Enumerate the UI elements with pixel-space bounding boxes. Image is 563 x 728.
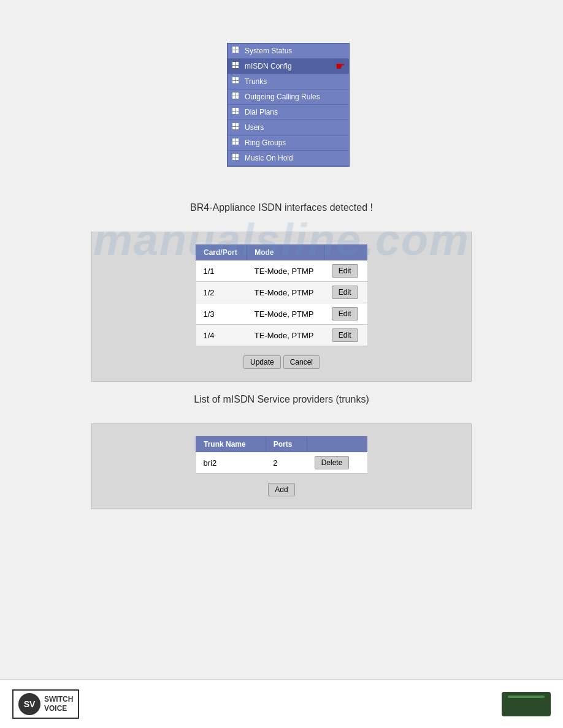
trunks-panel: Trunk Name Ports bri2 2 Delete Add	[91, 423, 472, 509]
table-row: bri2 2 Delete	[196, 452, 367, 474]
navigation-menu: System Status mISDN Config ☛ Trunks Outg…	[227, 43, 350, 167]
edit-button-1-2[interactable]: Edit	[332, 286, 358, 299]
nav-label-dial-plans: Dial Plans	[245, 108, 278, 116]
cell-edit: Edit	[324, 303, 367, 325]
col-header-trunk-name: Trunk Name	[196, 437, 266, 452]
nav-label-trunks: Trunks	[245, 77, 267, 86]
nav-label-misdn-config: mISDN Config	[245, 62, 292, 70]
cell-card-port: 1/1	[196, 260, 247, 282]
cursor-pointer-icon: ☛	[335, 59, 345, 73]
nav-label-music-on-hold: Music On Hold	[245, 154, 293, 162]
col-header-action	[324, 245, 367, 260]
grid-icon-trunks	[232, 77, 241, 86]
grid-icon-outgoing-calling-rules	[232, 93, 241, 101]
sidebar-item-dial-plans[interactable]: Dial Plans	[228, 105, 349, 120]
interfaces-panel: Card/Port Mode 1/1 TE-Mode, PTMP Edit 1/…	[91, 232, 472, 382]
add-button[interactable]: Add	[268, 483, 294, 496]
grid-icon-misdn-config	[232, 62, 241, 70]
footer: SV SWITCH VOICE	[0, 679, 563, 728]
trunks-title: List of mISDN Service providers (trunks)	[194, 394, 369, 405]
cell-mode: TE-Mode, PTMP	[247, 260, 324, 282]
cell-trunk-name: bri2	[196, 452, 266, 474]
edit-button-1-1[interactable]: Edit	[332, 264, 358, 278]
cell-mode: TE-Mode, PTMP	[247, 282, 324, 303]
grid-icon-system-status	[232, 47, 241, 55]
cell-ports: 2	[266, 452, 307, 474]
sidebar-item-system-status[interactable]: System Status	[228, 44, 349, 59]
grid-icon-music-on-hold	[232, 154, 241, 162]
delete-button-bri2[interactable]: Delete	[315, 456, 350, 469]
cell-card-port: 1/4	[196, 325, 247, 346]
cell-edit: Edit	[324, 325, 367, 346]
update-button[interactable]: Update	[243, 355, 281, 369]
sidebar-item-trunks[interactable]: Trunks	[228, 74, 349, 89]
nav-label-system-status: System Status	[245, 47, 292, 55]
grid-icon-dial-plans	[232, 108, 241, 116]
logo-line2: VOICE	[44, 704, 73, 713]
nav-label-ring-groups: Ring Groups	[245, 138, 286, 147]
col-header-trunk-action	[307, 437, 367, 452]
cell-edit: Edit	[324, 260, 367, 282]
logo-text: SWITCH VOICE	[44, 695, 73, 713]
sidebar-item-music-on-hold[interactable]: Music On Hold	[228, 151, 349, 166]
cell-delete: Delete	[307, 452, 367, 474]
trunks-table: Trunk Name Ports bri2 2 Delete	[196, 436, 367, 474]
cancel-button[interactable]: Cancel	[283, 355, 320, 369]
col-header-mode: Mode	[247, 245, 324, 260]
cell-card-port: 1/2	[196, 282, 247, 303]
table-row: 1/4 TE-Mode, PTMP Edit	[196, 325, 367, 346]
cell-edit: Edit	[324, 282, 367, 303]
cell-mode: TE-Mode, PTMP	[247, 303, 324, 325]
cell-mode: TE-Mode, PTMP	[247, 325, 324, 346]
logo-letters: SV	[24, 699, 36, 709]
edit-button-1-4[interactable]: Edit	[332, 328, 358, 342]
sidebar-item-outgoing-calling-rules[interactable]: Outgoing Calling Rules	[228, 89, 349, 105]
table-row: 1/1 TE-Mode, PTMP Edit	[196, 260, 367, 282]
table-row: 1/3 TE-Mode, PTMP Edit	[196, 303, 367, 325]
logo: SV SWITCH VOICE	[12, 689, 79, 719]
form-actions: Update Cancel	[243, 355, 320, 369]
interfaces-table: Card/Port Mode 1/1 TE-Mode, PTMP Edit 1/…	[196, 245, 367, 346]
sidebar-item-users[interactable]: Users	[228, 120, 349, 135]
grid-icon-users	[232, 123, 241, 132]
table-row: 1/2 TE-Mode, PTMP Edit	[196, 282, 367, 303]
sidebar-item-ring-groups[interactable]: Ring Groups	[228, 135, 349, 151]
col-header-card-port: Card/Port	[196, 245, 247, 260]
edit-button-1-3[interactable]: Edit	[332, 307, 358, 320]
nav-label-users: Users	[245, 123, 264, 132]
main-content: BR4-Appliance ISDN interfaces detected !…	[91, 202, 472, 509]
logo-icon: SV	[18, 693, 40, 715]
sidebar-item-misdn-config[interactable]: mISDN Config ☛	[228, 59, 349, 74]
cell-card-port: 1/3	[196, 303, 247, 325]
col-header-ports: Ports	[266, 437, 307, 452]
detection-title: BR4-Appliance ISDN interfaces detected !	[190, 202, 373, 213]
nav-label-outgoing-calling-rules: Outgoing Calling Rules	[245, 93, 320, 101]
device-image	[502, 692, 551, 716]
logo-line1: SWITCH	[44, 695, 73, 703]
grid-icon-ring-groups	[232, 138, 241, 147]
